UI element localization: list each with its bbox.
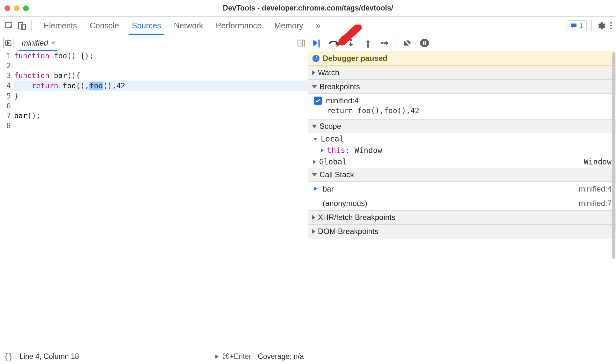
inspect-element-icon[interactable] [4, 21, 14, 31]
step-over-icon[interactable] [328, 38, 339, 48]
svg-marker-6 [317, 46, 320, 48]
traffic-lights [4, 5, 29, 11]
dom-title: DOM Breakpoints [318, 227, 378, 236]
navigator-toggle-icon[interactable] [3, 38, 13, 48]
scrollbar[interactable] [612, 51, 616, 364]
chevron-right-icon [321, 148, 324, 153]
separator [591, 20, 592, 32]
source-tabstrip: minified × [0, 35, 308, 51]
dom-breakpoints-header[interactable]: DOM Breakpoints [308, 224, 616, 238]
tab-network[interactable]: Network [168, 17, 210, 35]
callstack-frame[interactable]: barminified:4 [308, 182, 616, 196]
separator [31, 20, 32, 32]
file-tab-minified[interactable]: minified × [18, 35, 58, 51]
deactivate-breakpoints-icon[interactable] [402, 38, 412, 48]
callstack-title: Call Stack [319, 170, 354, 179]
file-tab-label: minified [22, 39, 48, 47]
scope-global-label: Global [319, 157, 347, 166]
scope-this[interactable]: this: Window [308, 145, 616, 156]
breakpoints-title: Breakpoints [319, 82, 360, 91]
window-titlebar: DevTools - developer.chrome.com/tags/dev… [0, 0, 616, 17]
pretty-print-icon[interactable]: {} [4, 352, 13, 361]
callstack-frame[interactable]: (anonymous)minified:7 [308, 196, 616, 210]
xhr-title: XHR/fetch Breakpoints [318, 213, 395, 222]
device-toggle-icon[interactable] [17, 21, 27, 31]
zoom-window-button[interactable] [23, 5, 29, 11]
breakpoint-code: return foo(),foo(),42 [314, 105, 612, 117]
svg-rect-12 [425, 41, 426, 45]
chevron-down-icon [313, 138, 318, 141]
info-icon: i [312, 55, 319, 62]
debugger-column: i Debugger paused Watch Breakpoints mini… [308, 35, 616, 364]
cursor-position: Line 4, Column 18 [19, 352, 79, 361]
tab-sources[interactable]: Sources [125, 17, 168, 35]
chevron-right-icon [312, 229, 315, 234]
svg-rect-1 [19, 23, 23, 29]
pause-on-exceptions-icon[interactable] [419, 38, 430, 48]
more-menu-icon[interactable] [609, 22, 613, 29]
watch-pane-header[interactable]: Watch [308, 66, 616, 80]
close-tab-icon[interactable]: × [51, 39, 56, 47]
step-out-icon[interactable] [363, 38, 373, 48]
callstack-pane-body: barminified:4(anonymous)minified:7 [308, 182, 616, 210]
callstack-pane-header[interactable]: Call Stack [308, 168, 616, 182]
resume-script-icon[interactable] [311, 38, 321, 48]
tab-performance[interactable]: Performance [209, 17, 268, 35]
scope-this-value: Window [355, 146, 382, 155]
editor-statusbar: {} Line 4, Column 18 ⌘+Enter Coverage: n… [0, 349, 308, 364]
debugger-paused-banner: i Debugger paused [308, 51, 616, 66]
run-hint: ⌘+Enter [222, 352, 251, 361]
svg-rect-11 [423, 41, 424, 45]
code-editor[interactable]: 1function foo() {};23function bar(){4 re… [0, 51, 308, 349]
minimize-window-button[interactable] [14, 5, 19, 11]
settings-icon[interactable] [596, 21, 606, 31]
svg-point-8 [349, 39, 352, 41]
svg-rect-5 [319, 40, 320, 46]
devtools-topbar: Elements Console Sources Network Perform… [0, 17, 616, 35]
chevron-down-icon [312, 125, 317, 128]
scope-local[interactable]: Local [308, 133, 616, 145]
run-play-icon[interactable]: ⌘+Enter [214, 352, 251, 361]
debugger-paused-label: Debugger paused [323, 54, 387, 63]
scope-global-value: Window [584, 157, 612, 166]
debugger-panes: Watch Breakpoints minified:4 return foo(… [308, 66, 616, 364]
breakpoints-pane-header[interactable]: Breakpoints [308, 80, 616, 94]
breakpoints-pane-body: minified:4 return foo(),foo(),42 [308, 94, 616, 119]
svg-point-9 [367, 45, 369, 47]
run-snippet-icon[interactable] [297, 39, 306, 47]
tab-console[interactable]: Console [83, 17, 125, 35]
scope-global[interactable]: Global Window [308, 156, 616, 168]
breakpoint-item[interactable]: minified:4 return foo(),foo(),42 [308, 94, 616, 119]
tab-elements[interactable]: Elements [37, 17, 83, 35]
separator [396, 38, 396, 48]
chevron-right-icon [312, 215, 315, 220]
sources-column: minified × 1function foo() {};23function… [0, 35, 308, 364]
scope-pane-body: Local this: Window Global Window [308, 133, 616, 168]
step-into-icon[interactable] [346, 38, 356, 48]
issues-button[interactable]: 1 [567, 20, 587, 31]
step-icon[interactable] [380, 38, 390, 48]
scope-local-label: Local [321, 135, 344, 143]
scope-pane-header[interactable]: Scope [308, 119, 616, 133]
scope-this-label: this [327, 146, 345, 155]
main-area: minified × 1function foo() {};23function… [0, 35, 616, 364]
watch-title: Watch [318, 68, 339, 77]
xhr-breakpoints-header[interactable]: XHR/fetch Breakpoints [308, 210, 616, 224]
chevron-down-icon [312, 85, 317, 89]
close-window-button[interactable] [4, 5, 10, 11]
debugger-toolbar [308, 35, 616, 51]
breakpoint-label: minified:4 [326, 96, 359, 105]
coverage-label: Coverage: n/a [258, 352, 304, 361]
chevron-right-icon [312, 70, 315, 75]
scope-title: Scope [319, 122, 341, 131]
window-title: DevTools - developer.chrome.com/tags/dev… [0, 4, 616, 12]
tab-memory[interactable]: Memory [268, 17, 309, 35]
chevron-down-icon [312, 173, 317, 177]
issues-count: 1 [579, 22, 583, 30]
breakpoint-checkbox[interactable] [314, 97, 322, 105]
svg-point-10 [381, 42, 384, 44]
chevron-right-icon [313, 160, 316, 164]
panel-tabs: Elements Console Sources Network Perform… [37, 17, 327, 35]
tabs-overflow[interactable]: » [310, 17, 327, 35]
